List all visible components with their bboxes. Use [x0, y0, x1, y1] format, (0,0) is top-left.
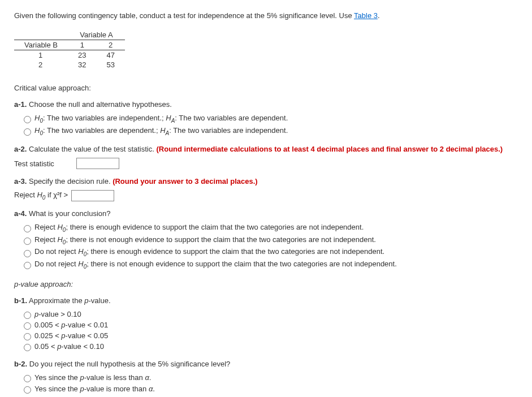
b2-opt1-p: p [80, 373, 84, 382]
blank-cell [14, 30, 68, 40]
a4-opt3-text: Do not reject H0; there is enough eviden… [34, 247, 384, 258]
b2-opt2-mid: -value is more than [84, 385, 149, 393]
a4-opt2-text: Reject H0; there is not enough evidence … [34, 235, 376, 247]
b2-opt1-mid: -value is less than [84, 373, 145, 382]
a4-opt1-text: Reject H0; there is enough evidence to s… [34, 222, 364, 234]
b2-option-1[interactable]: Yes since the p-value is less than α. [21, 373, 518, 383]
b2-opt1-text: Yes since the p-value is less than α. [34, 373, 151, 383]
a3-input-wrap: Reject H0 if χ²f > [14, 190, 518, 201]
b1-option-3[interactable]: 0.025 < p-value < 0.05 [21, 331, 518, 341]
b2-radio-1[interactable] [24, 375, 31, 382]
b1-opt2-p: p [61, 321, 65, 329]
critical-value-input[interactable] [71, 190, 114, 201]
contingency-table-wrap: Variable A Variable B 1 2 1 23 47 2 32 5… [14, 30, 518, 70]
a4-radio-4[interactable] [24, 262, 31, 269]
b1-opt1-text: p-value > 0.10 [34, 309, 81, 320]
pv-approach-text: p-value approach: [14, 280, 73, 288]
b1-option-4[interactable]: 0.05 < p-value < 0.10 [21, 342, 518, 352]
a4-bold: a-4. [14, 209, 27, 218]
a4-option-3[interactable]: Do not reject H0; there is enough eviden… [21, 247, 518, 258]
b2-option-3[interactable]: No since the p-value is less than α. [21, 395, 518, 397]
a3-reject-text: Reject H0 if χ²f > [14, 191, 68, 201]
a3-bold: a-3. [14, 177, 27, 185]
a4-opt4-text: Do not reject H0; there is not enough ev… [34, 259, 397, 271]
a4-radio-group: Reject H0; there is enough evidence to s… [21, 222, 518, 270]
b1-opt3-rest: -value < 0.05 [66, 331, 109, 340]
b2-opt1-pre: Yes since the [34, 373, 80, 382]
b1-radio-2[interactable] [24, 322, 31, 330]
a4-opt3-post: ; there is enough evidence to support th… [86, 247, 384, 256]
a1-opt2-text: H0: The two variables are dependent.; HA… [34, 126, 288, 137]
col-a2: 2 [96, 40, 124, 50]
a1-option-2[interactable]: H0: The two variables are dependent.; HA… [21, 126, 518, 137]
cell-21: 32 [68, 60, 96, 70]
a1-bold: a-1. [14, 100, 27, 109]
table3-link[interactable]: Table 3 [354, 11, 378, 20]
b1-p: p [84, 296, 88, 305]
a3-reject-if: if [45, 191, 53, 199]
a4-opt4-pre: Do not reject [34, 260, 78, 268]
a2-red: (Round intermediate calculations to at l… [156, 145, 503, 153]
a4-opt4-h: H [78, 260, 83, 268]
b1-radio-3[interactable] [24, 333, 31, 340]
b1-radio-1[interactable] [24, 312, 31, 319]
a2-bold: a-2. [14, 145, 27, 153]
b2-opt2-p: p [80, 385, 84, 393]
a4-rest: What is your conclusion? [27, 209, 110, 218]
pv-approach-label: p-value approach: [14, 280, 518, 288]
a4-radio-3[interactable] [24, 250, 31, 257]
b1-bold: b-1. [14, 296, 27, 305]
b2-opt2-text: Yes since the p-value is more than α. [34, 384, 155, 394]
b2-opt1-end: . [149, 373, 152, 382]
b2-radio-2[interactable] [24, 386, 31, 394]
cv-approach-label: Critical value approach: [14, 84, 518, 92]
a4-opt4-post: ; there is not enough evidence to suppor… [86, 260, 397, 268]
a1-rest: Choose the null and alternative hypothes… [27, 100, 172, 109]
a4-opt1-h: H [57, 223, 62, 231]
a1-option-1[interactable]: H0: The two variables are independent.; … [21, 113, 518, 125]
a1-radio-group: H0: The two variables are independent.; … [21, 113, 518, 137]
b2-rest: Do you reject the null hypothesis at the… [27, 360, 230, 368]
a1-label: a-1. Choose the null and alternative hyp… [14, 100, 518, 109]
b2-bold: b-2. [14, 360, 27, 368]
a4-option-4[interactable]: Do not reject H0; there is not enough ev… [21, 259, 518, 271]
a1-radio-2[interactable] [24, 128, 31, 136]
row-b1: 1 [14, 50, 68, 61]
a4-opt2-pre: Reject [34, 235, 57, 244]
a1-opt1-text: H0: The two variables are independent.; … [34, 113, 288, 125]
b1-opt3-text: 0.025 < p-value < 0.05 [34, 331, 108, 341]
a4-opt3-pre: Do not reject [34, 247, 78, 256]
a3-gt: > [62, 191, 68, 199]
b1-end: -value. [89, 296, 111, 305]
a1-opt1-h0: H [34, 114, 40, 122]
a4-opt1-pre: Reject [34, 223, 57, 231]
var-a-header: Variable A [68, 30, 125, 40]
a1-opt1-hatext: : The two variables are dependent. [175, 114, 288, 122]
a4-option-1[interactable]: Reject H0; there is enough evidence to s… [21, 222, 518, 234]
b1-option-1[interactable]: p-value > 0.10 [21, 309, 518, 320]
a3-chi: χ²f [53, 191, 62, 199]
b2-radio-group: Yes since the p-value is less than α. Ye… [21, 373, 518, 397]
b1-opt2-rest: -value < 0.01 [66, 321, 109, 329]
cell-12: 47 [96, 50, 124, 61]
intro-text: Given the following contingency table, c… [14, 11, 518, 20]
a3-rest: Specify the decision rule. [27, 177, 113, 185]
b1-opt4-text: 0.05 < p-value < 0.10 [34, 342, 104, 352]
a3-red: (Round your answer to 3 decimal places.) [113, 177, 257, 185]
b2-option-2[interactable]: Yes since the p-value is more than α. [21, 384, 518, 394]
b1-opt2-pre: 0.005 < [34, 321, 61, 329]
a1-radio-1[interactable] [24, 116, 31, 123]
a4-opt2-post: ; there is not enough evidence to suppor… [66, 235, 376, 244]
a4-radio-1[interactable] [24, 225, 31, 232]
test-statistic-input[interactable] [76, 158, 119, 169]
a2-label: a-2. Calculate the value of the test sta… [14, 145, 518, 153]
a4-radio-2[interactable] [24, 238, 31, 245]
b1-opt2-text: 0.005 < p-value < 0.01 [34, 320, 108, 330]
a4-option-2[interactable]: Reject H0; there is not enough evidence … [21, 235, 518, 247]
b1-option-2[interactable]: 0.005 < p-value < 0.01 [21, 320, 518, 330]
a2-input-line: Test statistic [14, 158, 518, 169]
b1-radio-group: p-value > 0.10 0.005 < p-value < 0.01 0.… [21, 309, 518, 352]
b2-opt3-text: No since the p-value is less than α. [34, 395, 149, 397]
b1-radio-4[interactable] [24, 344, 31, 351]
intro-period: . [378, 11, 380, 20]
